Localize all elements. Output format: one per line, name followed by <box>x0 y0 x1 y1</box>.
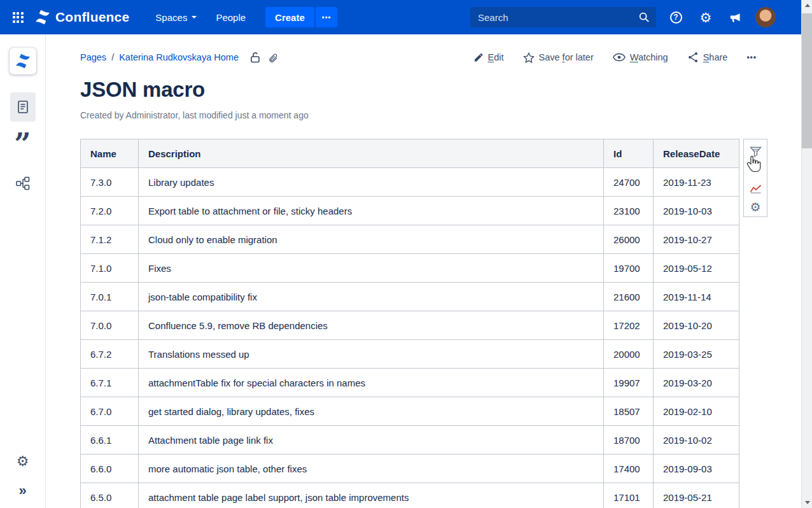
help-button[interactable]: ? <box>666 7 686 27</box>
cell-name: 7.2.0 <box>81 197 139 225</box>
primary-nav: SpacesPeople <box>147 7 254 27</box>
space-settings-button[interactable]: ⚙ <box>10 451 36 472</box>
table-macro-toolbar: ⚙ <box>743 139 767 217</box>
expand-sidebar-button[interactable]: » <box>10 483 36 499</box>
share-label: Share <box>703 52 728 62</box>
create-button[interactable]: Create <box>265 7 314 27</box>
table-body: 7.3.0Library updates247002019-11-237.2.0… <box>81 168 739 508</box>
cell-description: get started dialog, library updates, fix… <box>139 397 604 426</box>
cell-name: 7.3.0 <box>81 168 139 197</box>
cell-id: 24700 <box>604 168 654 197</box>
column-header-description[interactable]: Description <box>139 139 604 168</box>
nav-spaces-button[interactable]: Spaces <box>147 7 205 27</box>
table-row: 6.6.0more automatic json table, other fi… <box>81 455 739 483</box>
space-logo-button[interactable] <box>10 48 36 74</box>
user-avatar[interactable] <box>755 7 776 27</box>
more-button[interactable]: ••• <box>746 53 757 62</box>
cell-id: 19907 <box>604 369 654 397</box>
table-header-row: NameDescriptionIdReleaseDate <box>81 139 739 168</box>
scroll-up-button[interactable] <box>802 0 812 11</box>
sidebar-item-blog[interactable]: ” <box>10 132 36 156</box>
paperclip-icon <box>268 52 278 63</box>
nav-label: Spaces <box>155 12 187 23</box>
cell-releasedate: 2019-10-27 <box>654 225 739 254</box>
more-label: ••• <box>746 53 757 62</box>
cell-releasedate: 2019-02-10 <box>654 397 739 426</box>
edit-button[interactable]: Edit <box>473 52 504 62</box>
announcements-button[interactable] <box>725 7 746 27</box>
cell-id: 26000 <box>604 225 654 254</box>
cell-name: 6.5.0 <box>81 483 139 508</box>
breadcrumb-separator: / <box>111 52 114 62</box>
save-for-later-button[interactable]: Save for later <box>523 52 594 63</box>
breadcrumb-home-link[interactable]: Katerina Rudkovskaya Home <box>119 52 239 62</box>
cell-description: Export table to attachment or file, stic… <box>139 197 604 225</box>
cell-description: attachmentTable fix for special characte… <box>139 369 604 397</box>
table-row: 7.0.0Confluence 5.9, remove RB dependenc… <box>81 311 739 340</box>
cell-releasedate: 2019-05-12 <box>654 254 739 283</box>
cell-name: 6.6.1 <box>81 426 139 455</box>
cell-id: 18700 <box>604 426 654 455</box>
chevron-down-icon <box>192 16 197 18</box>
edit-label: Edit <box>488 52 504 62</box>
breadcrumb-pages-link[interactable]: Pages <box>80 52 106 62</box>
cell-name: 6.7.2 <box>81 340 139 369</box>
edit-pencil-icon <box>473 52 484 62</box>
filter-funnel-icon <box>750 146 762 157</box>
cell-releasedate: 2019-09-03 <box>654 455 739 483</box>
create-more-button[interactable]: ••• <box>316 7 338 27</box>
table-row: 7.0.1json-table compatibility fix2160020… <box>81 283 739 311</box>
app-name: Confluence <box>55 10 129 25</box>
watching-label: Watching <box>630 52 668 62</box>
scroll-down-button[interactable] <box>802 497 812 508</box>
confluence-logo-icon <box>34 9 51 25</box>
cell-name: 6.7.1 <box>81 369 139 397</box>
vertical-scrollbar[interactable] <box>801 0 812 508</box>
share-button[interactable]: Share <box>687 52 728 63</box>
admin-settings-button[interactable]: ⚙ <box>696 7 716 27</box>
cell-name: 6.6.0 <box>81 455 139 483</box>
triangle-up-icon <box>805 4 810 7</box>
watching-button[interactable]: Watching <box>613 52 668 62</box>
document-icon <box>17 100 29 114</box>
table-tool-button[interactable] <box>748 163 763 177</box>
cell-name: 7.0.0 <box>81 311 139 340</box>
confluence-home-button[interactable]: Confluence <box>34 9 129 25</box>
table-filter-button[interactable] <box>748 145 763 159</box>
app-grid-icon <box>13 12 24 23</box>
nav-people-button[interactable]: People <box>207 7 254 27</box>
search-box[interactable] <box>470 7 656 27</box>
breadcrumb: Pages / Katerina Rudkovskaya Home <box>80 52 278 63</box>
scrollbar-thumb[interactable] <box>802 13 812 148</box>
cell-id: 21600 <box>604 283 654 311</box>
cell-releasedate: 2019-05-21 <box>654 483 739 508</box>
triangle-down-icon <box>805 501 810 504</box>
sidebar-item-pages[interactable] <box>10 92 36 122</box>
double-chevron-right-icon: » <box>18 483 26 499</box>
attachments-button[interactable] <box>268 52 278 63</box>
page-actions: Edit Save for later Watching Share••• <box>473 52 757 63</box>
column-header-releasedate[interactable]: ReleaseDate <box>654 139 739 168</box>
app-switcher-button[interactable] <box>8 7 28 27</box>
unrestricted-button[interactable] <box>250 52 260 63</box>
search-input[interactable] <box>478 12 638 23</box>
cell-description: Translations messed up <box>139 340 604 369</box>
table-row: 6.7.2Translations messed up200002019-03-… <box>81 340 739 369</box>
cell-releasedate: 2019-10-02 <box>654 426 739 455</box>
table-row: 7.2.0Export table to attachment or file,… <box>81 197 739 225</box>
table-row: 7.1.2Cloud only to enable migration26000… <box>81 225 739 254</box>
column-header-id[interactable]: Id <box>604 139 654 168</box>
cell-id: 19700 <box>604 254 654 283</box>
cell-id: 17202 <box>604 311 654 340</box>
sidebar-item-page-tree[interactable] <box>10 173 36 194</box>
cell-id: 18507 <box>604 397 654 426</box>
table-chart-button[interactable] <box>748 181 763 195</box>
cell-id: 23100 <box>604 197 654 225</box>
cell-description: Cloud only to enable migration <box>139 225 604 254</box>
cell-description: Fixes <box>139 254 604 283</box>
save-for-later-label: Save for later <box>539 52 594 62</box>
table-settings-button[interactable]: ⚙ <box>748 200 763 214</box>
cell-name: 7.1.2 <box>81 225 139 254</box>
json-table: NameDescriptionIdReleaseDate 7.3.0Librar… <box>80 139 739 508</box>
column-header-name[interactable]: Name <box>81 139 139 168</box>
